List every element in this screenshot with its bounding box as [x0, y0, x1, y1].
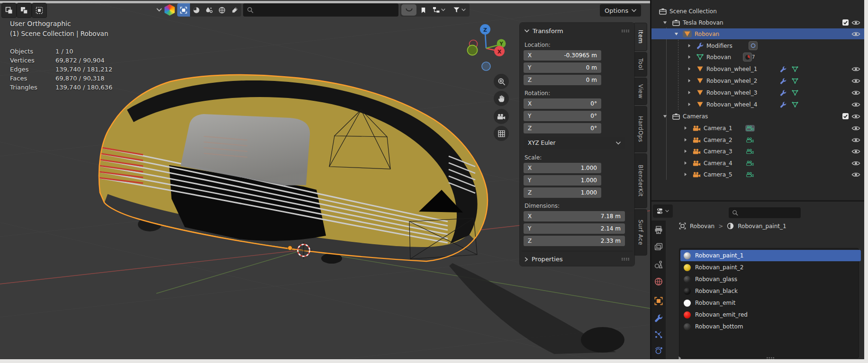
material-slot-robovan-glass[interactable]: Robovan_glass: [680, 274, 861, 285]
disclosure-triangle-icon[interactable]: [674, 32, 679, 36]
eye-icon[interactable]: [851, 20, 860, 26]
collection-checkbox[interactable]: [842, 19, 849, 26]
panel-grip[interactable]: [621, 257, 630, 261]
disclosure-triangle-icon[interactable]: [687, 102, 692, 107]
orthographic-toggle-button[interactable]: [494, 126, 509, 141]
outliner-row-robovan-data[interactable]: Robovan 7: [651, 52, 864, 62]
rotation-z-field[interactable]: Z0°: [524, 123, 601, 133]
navigation-gizmo[interactable]: Y Z X: [458, 20, 519, 77]
outliner-row-camera-1[interactable]: Camera_1: [651, 123, 864, 133]
camera-data-icon[interactable]: [746, 137, 754, 143]
outliner-row-camera-4[interactable]: Camera_4: [651, 158, 864, 168]
physics-properties-tab-icon[interactable]: [654, 346, 663, 355]
particle-properties-tab-icon[interactable]: [654, 330, 663, 339]
collapse-chevron-icon[interactable]: [524, 29, 529, 33]
panel-grip[interactable]: [621, 29, 630, 33]
rotation-y-field[interactable]: Y0°: [524, 111, 601, 121]
scale-z-field[interactable]: Z1.000: [524, 187, 601, 198]
modifier-properties-tab-icon[interactable]: [654, 314, 663, 322]
bookmarks-button[interactable]: [417, 3, 429, 17]
outliner-row-scene-collection[interactable]: Scene Collection: [651, 6, 864, 17]
location-y-field[interactable]: Y0 m: [524, 62, 601, 73]
asset-type-model-button[interactable]: [177, 3, 190, 17]
disclosure-triangle-icon[interactable]: [684, 172, 688, 177]
3d-viewport[interactable]: Options Y Z X User Orthographic (1): [0, 0, 651, 363]
location-z-field[interactable]: Z0 m: [524, 75, 601, 85]
eye-icon[interactable]: [851, 114, 860, 119]
asset-type-material-button[interactable]: [190, 3, 203, 17]
location-x-field[interactable]: X-0.30965 m: [524, 50, 601, 61]
material-slot-robovan-bottom[interactable]: Robovan_bottom: [680, 321, 861, 332]
tab-blenderkit[interactable]: BlenderKit: [633, 153, 647, 208]
material-slot-list[interactable]: Robovan_paint_1 Robovan_paint_2 Robovan_…: [679, 248, 859, 358]
world-properties-tab-icon[interactable]: [654, 277, 663, 286]
camera-data-icon[interactable]: [746, 160, 754, 166]
blenderkit-search-input[interactable]: [256, 6, 381, 14]
properties-subpanel-header[interactable]: Properties: [524, 256, 563, 263]
collection-checkbox[interactable]: [842, 113, 849, 119]
disclosure-triangle-icon[interactable]: [687, 90, 692, 95]
properties-search-field[interactable]: [729, 207, 801, 218]
rotation-x-field[interactable]: X0°: [524, 98, 601, 109]
disclosure-triangle-icon[interactable]: [684, 126, 688, 131]
material-slot-robovan-paint-2[interactable]: Robovan_paint_2: [680, 262, 861, 273]
outliner-row-robovan[interactable]: Robovan: [651, 28, 864, 39]
select-mode-intersect-button[interactable]: [32, 3, 47, 18]
gizmo-z-ball[interactable]: Z: [480, 24, 490, 35]
pan-button[interactable]: [494, 91, 509, 106]
options-button[interactable]: Options: [600, 4, 641, 17]
material-badge[interactable]: [743, 53, 752, 62]
eye-icon[interactable]: [851, 137, 860, 143]
tab-item[interactable]: Item: [633, 23, 647, 51]
disclosure-triangle-icon[interactable]: [687, 55, 692, 60]
eye-icon[interactable]: [851, 90, 860, 96]
dimensions-z-field[interactable]: Z2.33 m: [524, 236, 625, 246]
tab-tool[interactable]: Tool: [633, 52, 647, 77]
disclosure-triangle-icon[interactable]: [684, 149, 688, 154]
disclosure-triangle-icon[interactable]: [687, 79, 692, 83]
disclosure-triangle-icon[interactable]: [684, 138, 688, 142]
tab-view[interactable]: View: [633, 78, 647, 105]
eye-icon[interactable]: [851, 160, 860, 166]
filter-button[interactable]: [449, 3, 470, 17]
eye-icon[interactable]: [851, 31, 860, 37]
eye-icon[interactable]: [851, 78, 860, 84]
material-slot-robovan-black[interactable]: Robovan_black: [680, 285, 861, 297]
breadcrumb-material[interactable]: Robovan_paint_1: [738, 223, 786, 230]
outliner-row-camera-5[interactable]: Camera_5: [651, 169, 864, 180]
gizmo-x-ball[interactable]: X: [494, 46, 505, 56]
outliner-row-robovan-wheel-2[interactable]: Robovan_wheel_2: [651, 75, 864, 86]
disclosure-triangle-icon[interactable]: [687, 44, 692, 48]
categories-button[interactable]: [429, 3, 449, 17]
dimensions-y-field[interactable]: Y2.14 m: [524, 223, 625, 234]
dimensions-x-field[interactable]: X7.18 m: [524, 211, 625, 221]
tab-hardops[interactable]: HardOps: [633, 106, 647, 152]
output-properties-tab-icon[interactable]: [654, 226, 663, 234]
object-properties-tab-icon[interactable]: [654, 297, 663, 305]
zoom-button[interactable]: [494, 74, 509, 89]
modifier-badge[interactable]: [749, 41, 758, 50]
eye-icon[interactable]: [851, 66, 860, 72]
eye-icon[interactable]: [851, 102, 860, 107]
material-slot-robovan-paint-1[interactable]: Robovan_paint_1: [680, 250, 861, 261]
outliner-row-robovan-wheel-4[interactable]: Robovan_wheel_4: [651, 99, 864, 110]
tab-surface[interactable]: Surf Ace: [633, 209, 647, 256]
blenderkit-search-field[interactable]: [243, 3, 398, 17]
disclosure-triangle-icon[interactable]: [663, 114, 668, 119]
camera-data-icon[interactable]: [746, 172, 754, 177]
ratings-arc-button[interactable]: [401, 4, 416, 16]
editor-type-button[interactable]: [653, 204, 673, 218]
outliner-row-tesla-robovan[interactable]: Tesla Robovan: [651, 17, 864, 28]
breadcrumb-object[interactable]: Robovan: [690, 223, 714, 230]
blenderkit-logo-icon[interactable]: [164, 4, 175, 16]
eye-icon[interactable]: [851, 172, 860, 177]
outliner-row-robovan-wheel-3[interactable]: Robovan_wheel_3: [651, 87, 864, 98]
outliner-row-robovan-wheel-1[interactable]: Robovan_wheel_1: [651, 63, 864, 74]
gizmo-minus-z-ball[interactable]: [482, 62, 490, 71]
scene-properties-tab-icon[interactable]: [654, 260, 663, 269]
camera-view-button[interactable]: [494, 109, 509, 124]
disclosure-triangle-icon[interactable]: [663, 20, 668, 25]
chevron-down-icon[interactable]: [156, 8, 162, 12]
properties-search-input[interactable]: [741, 209, 795, 217]
eye-icon[interactable]: [851, 125, 860, 131]
